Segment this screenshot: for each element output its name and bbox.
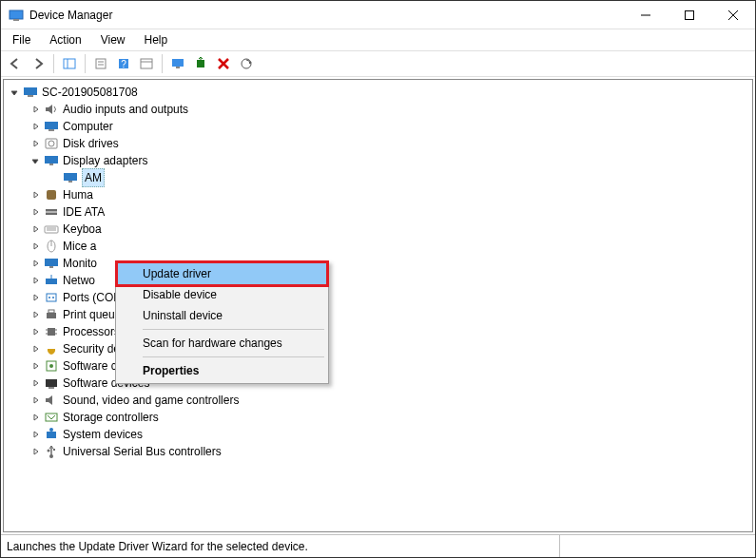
chevron-right-icon[interactable] bbox=[29, 428, 42, 441]
tree-label: Storage controllers bbox=[63, 409, 159, 426]
tree-item[interactable]: Mice a bbox=[6, 238, 752, 255]
chevron-right-icon[interactable] bbox=[29, 222, 42, 236]
svg-rect-63 bbox=[53, 449, 55, 451]
svg-rect-13 bbox=[141, 59, 152, 68]
context-menu-item[interactable]: Uninstall device bbox=[118, 305, 326, 326]
chevron-right-icon[interactable] bbox=[29, 325, 42, 338]
chevron-right-icon[interactable] bbox=[29, 257, 42, 270]
svg-rect-40 bbox=[46, 279, 57, 284]
chevron-right-icon[interactable] bbox=[29, 188, 42, 202]
svg-rect-26 bbox=[45, 156, 58, 164]
toolbar-separator bbox=[53, 54, 54, 73]
context-menu-item[interactable]: Properties bbox=[118, 360, 326, 381]
tree-item[interactable]: IDE ATA bbox=[6, 203, 752, 221]
tree-label: Disk drives bbox=[63, 135, 119, 152]
chevron-right-icon[interactable] bbox=[29, 120, 42, 133]
forward-button[interactable] bbox=[28, 53, 48, 74]
tree-item[interactable]: System devices bbox=[6, 426, 752, 443]
menu-view[interactable]: View bbox=[93, 31, 133, 48]
chevron-right-icon[interactable] bbox=[29, 376, 42, 390]
disk-icon bbox=[44, 136, 59, 151]
uninstall-icon[interactable] bbox=[213, 53, 234, 74]
port-icon bbox=[44, 290, 59, 305]
tree-label: Universal Serial Bus controllers bbox=[63, 443, 222, 460]
svg-rect-28 bbox=[64, 173, 77, 181]
menu-action[interactable]: Action bbox=[42, 31, 88, 48]
network-icon bbox=[44, 273, 59, 288]
svg-rect-15 bbox=[172, 59, 184, 67]
chevron-down-icon[interactable] bbox=[29, 154, 42, 167]
tree-label: IDE ATA bbox=[63, 203, 105, 221]
tree-item[interactable]: Universal Serial Bus controllers bbox=[6, 443, 752, 460]
tree-item[interactable]: Huma bbox=[6, 186, 752, 203]
usb-icon bbox=[44, 444, 59, 459]
tree-root[interactable]: SC-201905081708 bbox=[6, 84, 752, 101]
monitor-icon bbox=[44, 256, 59, 271]
svg-rect-42 bbox=[47, 294, 56, 301]
tree-label: Netwo bbox=[63, 272, 95, 289]
mouse-icon bbox=[44, 239, 59, 254]
close-button[interactable] bbox=[711, 1, 755, 29]
svg-rect-45 bbox=[47, 313, 56, 318]
tree-item[interactable]: Sound, video and game controllers bbox=[6, 392, 752, 409]
display-icon bbox=[44, 153, 59, 168]
svg-rect-0 bbox=[10, 10, 23, 19]
chevron-down-icon[interactable] bbox=[8, 86, 21, 99]
tree-item[interactable]: Audio inputs and outputs bbox=[6, 101, 752, 118]
chevron-right-icon[interactable] bbox=[29, 394, 42, 407]
context-menu-label: Disable device bbox=[143, 288, 217, 301]
back-button[interactable] bbox=[5, 53, 26, 74]
chevron-right-icon[interactable] bbox=[29, 137, 42, 150]
tree-item[interactable]: AM bbox=[6, 169, 752, 186]
menu-help[interactable]: Help bbox=[137, 31, 176, 48]
scan-icon[interactable] bbox=[236, 53, 257, 74]
chevron-right-icon[interactable] bbox=[29, 291, 42, 304]
svg-text:?: ? bbox=[121, 59, 126, 69]
tree-item[interactable]: Computer bbox=[6, 118, 752, 135]
system-icon bbox=[44, 427, 59, 442]
show-hidden-icon[interactable] bbox=[59, 53, 80, 74]
svg-rect-21 bbox=[46, 107, 48, 111]
chevron-right-icon[interactable] bbox=[29, 359, 42, 373]
context-menu-item[interactable]: Update driver bbox=[115, 260, 329, 287]
context-menu-item[interactable]: Disable device bbox=[118, 284, 326, 305]
menu-file[interactable]: File bbox=[5, 31, 38, 48]
svg-rect-38 bbox=[45, 259, 58, 266]
tree-item[interactable]: Storage controllers bbox=[6, 409, 752, 426]
svg-rect-17 bbox=[197, 60, 204, 67]
chevron-right-icon[interactable] bbox=[29, 205, 42, 219]
svg-rect-8 bbox=[96, 59, 106, 68]
audio-icon bbox=[44, 102, 59, 117]
maximize-button[interactable] bbox=[668, 1, 711, 29]
chevron-right-icon[interactable] bbox=[29, 411, 42, 424]
svg-rect-22 bbox=[45, 122, 58, 129]
tree-item[interactable]: Disk drives bbox=[6, 135, 752, 152]
options-icon[interactable] bbox=[136, 53, 157, 74]
minimize-button[interactable] bbox=[624, 1, 668, 29]
tree-item[interactable]: Keyboa bbox=[6, 221, 752, 238]
update-driver-icon[interactable] bbox=[190, 53, 211, 74]
status-cell-2 bbox=[559, 535, 749, 557]
monitor-icon[interactable] bbox=[167, 53, 188, 74]
chevron-right-icon[interactable] bbox=[29, 103, 42, 116]
context-menu-separator bbox=[143, 329, 324, 330]
device-manager-window: Device Manager File Action View Help ? S… bbox=[0, 0, 756, 558]
chevron-right-icon[interactable] bbox=[29, 308, 42, 321]
context-menu-label: Uninstall device bbox=[143, 309, 223, 322]
menubar: File Action View Help bbox=[1, 29, 755, 50]
context-menu-item[interactable]: Scan for hardware changes bbox=[118, 333, 326, 354]
context-menu-label: Update driver bbox=[143, 267, 211, 280]
context-menu-label: Properties bbox=[143, 364, 199, 377]
tree-label: Processors bbox=[63, 323, 120, 340]
computer-icon bbox=[23, 85, 38, 100]
chevron-right-icon[interactable] bbox=[29, 274, 42, 287]
titlebar: Device Manager bbox=[1, 1, 755, 29]
tree-item[interactable]: Display adapters bbox=[6, 152, 752, 169]
chevron-right-icon[interactable] bbox=[29, 342, 42, 356]
chevron-right-icon[interactable] bbox=[29, 240, 42, 253]
properties-icon[interactable] bbox=[90, 53, 111, 74]
tree-label: Keyboa bbox=[63, 221, 102, 238]
chevron-right-icon[interactable] bbox=[29, 445, 42, 458]
help-icon[interactable]: ? bbox=[113, 53, 134, 74]
tree-label: Mice a bbox=[63, 238, 96, 255]
